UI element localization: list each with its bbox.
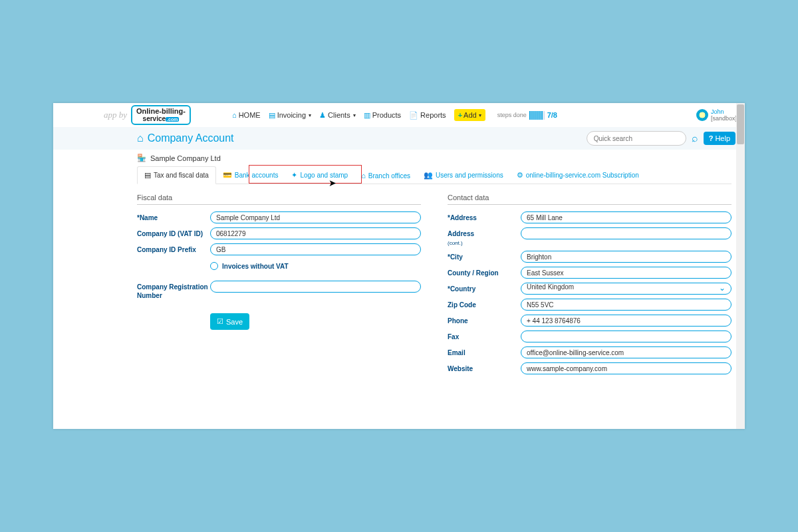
steps-ticks	[529, 111, 545, 120]
zip-field[interactable]	[521, 299, 732, 311]
nav-reports[interactable]: 📄Reports	[409, 111, 446, 120]
label-fax: Fax	[448, 331, 521, 341]
save-button[interactable]: ☑Save	[210, 313, 249, 330]
search-icon[interactable]: ⌕	[692, 132, 698, 144]
tab-branch[interactable]: ⌂Branch offices	[354, 168, 417, 184]
stamp-icon: ✦	[291, 171, 297, 180]
label-city: *City	[448, 251, 521, 261]
radio-icon	[210, 262, 218, 270]
county-field[interactable]	[521, 267, 732, 279]
app-window: app by Online-billing- service.com ⌂HOME…	[53, 103, 745, 429]
fiscal-section-title: Fiscal data	[137, 194, 421, 205]
fax-field[interactable]	[521, 331, 732, 342]
country-select[interactable]: United Kingdom	[521, 283, 732, 295]
address2-field[interactable]	[521, 227, 732, 239]
reg-field[interactable]	[210, 281, 421, 293]
label-address: *Address	[448, 211, 521, 222]
vat-field[interactable]	[210, 227, 421, 239]
logo-line1: Online-billing-	[136, 107, 186, 115]
label-vat: Company ID (VAT ID)	[137, 227, 210, 238]
contact-column: Contact data *Address Address(cont.) *Ci…	[448, 194, 732, 378]
reports-icon: 📄	[409, 111, 418, 120]
app-by-label: app by	[104, 110, 127, 120]
page-header: ⌂ Company Account ⌕ ?Help	[53, 127, 745, 150]
no-vat-radio[interactable]: Invoices without VAT	[210, 262, 289, 270]
name-field[interactable]	[210, 211, 421, 223]
label-country: *Country	[448, 283, 521, 293]
add-button[interactable]: +Add▾	[454, 109, 485, 121]
invoicing-icon: ▤	[269, 111, 275, 120]
bank-icon: 💳	[223, 171, 232, 180]
city-field[interactable]	[521, 251, 732, 263]
nav-home[interactable]: ⌂HOME	[232, 111, 261, 119]
tab-users[interactable]: 👥Users and permissions	[417, 167, 510, 184]
doc-icon: ▤	[144, 171, 151, 180]
topbar: app by Online-billing- service.com ⌂HOME…	[53, 103, 745, 127]
email-field[interactable]	[521, 346, 732, 358]
plus-icon: +	[458, 111, 462, 119]
tab-subscription[interactable]: ⚙online-billing-service.com Subscription	[510, 167, 646, 184]
users-icon: 👥	[424, 171, 433, 180]
nav-products[interactable]: ▥Products	[364, 111, 401, 120]
clients-icon: ♟	[319, 111, 326, 120]
logo-line2: service	[143, 115, 166, 122]
label-county: County / Region	[448, 267, 521, 277]
steps-done: steps done 7/8	[497, 111, 557, 120]
tab-bank[interactable]: 💳Bank accounts	[216, 167, 285, 184]
phone-field[interactable]	[521, 315, 732, 327]
chevron-down-icon: ▾	[353, 112, 356, 118]
chevron-down-icon: ▾	[309, 112, 311, 118]
tabs: ▤Tax and fiscal data 💳Bank accounts ✦Log…	[137, 166, 732, 184]
scroll-thumb[interactable]	[737, 104, 744, 144]
user-menu[interactable]: John [sandbox]	[696, 108, 737, 122]
company-name: Sample Company Ltd	[150, 154, 221, 162]
products-icon: ▥	[364, 111, 370, 120]
user-name: John	[711, 108, 724, 115]
branch-icon: ⌂	[361, 172, 366, 180]
address-field[interactable]	[521, 211, 732, 223]
label-email: Email	[448, 346, 521, 357]
search-input[interactable]	[587, 131, 686, 146]
steps-ratio: 7/8	[547, 111, 557, 119]
help-button[interactable]: ?Help	[704, 132, 735, 145]
prefix-field[interactable]	[210, 243, 421, 255]
label-address2: Address(cont.)	[448, 227, 521, 247]
tab-fiscal[interactable]: ▤Tax and fiscal data	[137, 166, 216, 184]
cursor-icon: ➤	[329, 178, 336, 188]
company-icon: ⌂	[137, 132, 144, 144]
label-zip: Zip Code	[448, 299, 521, 309]
label-reg: Company Registration Number	[137, 281, 210, 300]
home-icon: ⌂	[232, 111, 237, 119]
content: 🏪 Sample Company Ltd ▤Tax and fiscal dat…	[53, 150, 745, 378]
label-phone: Phone	[448, 315, 521, 325]
user-sandbox: [sandbox]	[711, 115, 737, 122]
tab-logo[interactable]: ✦Logo and stamp	[285, 167, 354, 184]
label-name: *Name	[137, 211, 210, 222]
nav-clients[interactable]: ♟Clients▾	[319, 111, 356, 120]
fiscal-column: Fiscal data *Name Company ID (VAT ID) Co…	[137, 194, 421, 378]
website-field[interactable]	[521, 362, 732, 374]
check-icon: ☑	[217, 317, 223, 326]
avatar	[696, 109, 708, 121]
chevron-down-icon: ▾	[479, 112, 481, 118]
store-icon: 🏪	[137, 154, 146, 162]
steps-label: steps done	[497, 112, 527, 118]
nav-invoicing[interactable]: ▤Invoicing▾	[269, 111, 311, 120]
contact-section-title: Contact data	[448, 194, 732, 205]
gear-icon: ⚙	[517, 171, 523, 180]
form-area: Fiscal data *Name Company ID (VAT ID) Co…	[137, 194, 732, 378]
scrollbar[interactable]	[736, 103, 745, 429]
page-title: ⌂ Company Account	[137, 132, 234, 144]
label-prefix: Company ID Prefix	[137, 243, 210, 254]
label-website: Website	[448, 362, 521, 373]
logo-com-badge: .com	[166, 117, 179, 122]
breadcrumb: 🏪 Sample Company Ltd	[137, 154, 732, 162]
logo[interactable]: Online-billing- service.com	[131, 105, 191, 125]
main-nav: ⌂HOME ▤Invoicing▾ ♟Clients▾ ▥Products 📄R…	[232, 109, 485, 121]
